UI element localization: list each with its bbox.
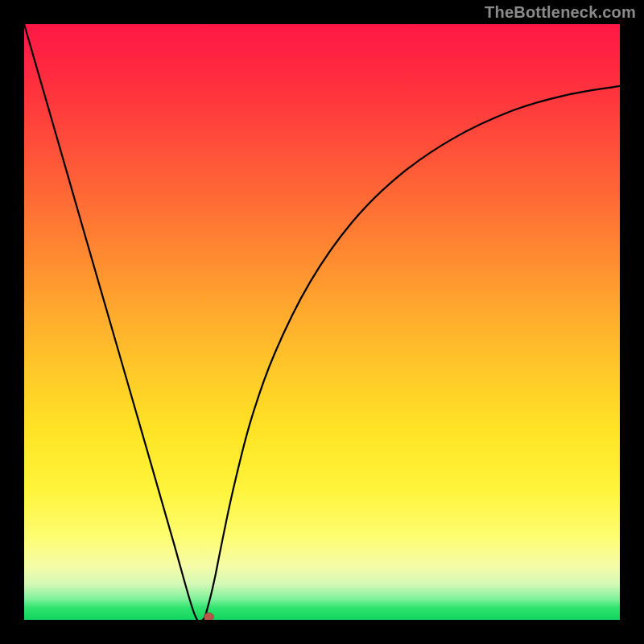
- bottleneck-curve: [24, 24, 620, 620]
- curve-svg: [24, 24, 620, 620]
- chart-frame: TheBottleneck.com: [0, 0, 644, 644]
- optimal-point-marker: [204, 613, 213, 620]
- watermark-text: TheBottleneck.com: [485, 3, 636, 22]
- plot-area: [24, 24, 620, 620]
